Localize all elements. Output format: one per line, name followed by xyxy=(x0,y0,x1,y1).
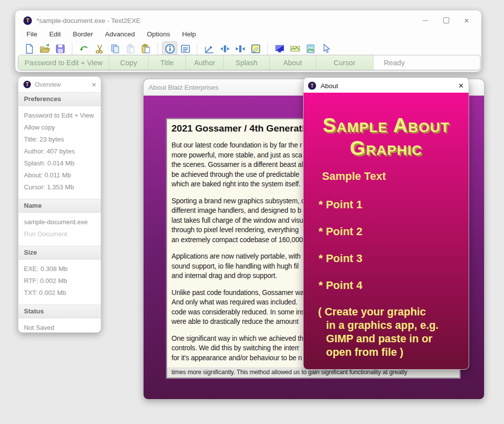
overview-item-run-document: Run Document xyxy=(18,228,101,240)
toolbar-separator xyxy=(197,42,197,55)
tab-about[interactable]: About xyxy=(270,55,316,70)
tab-copy[interactable]: Copy xyxy=(109,55,149,70)
about-point-1: * Point 1 xyxy=(319,198,362,211)
menu-edit[interactable]: Edit xyxy=(49,30,61,38)
graphic-title-line2: Graphic xyxy=(304,137,469,159)
about-point-3: * Point 3 xyxy=(319,252,362,265)
draw-line-icon[interactable] xyxy=(201,41,217,56)
minimize-button[interactable] xyxy=(423,20,428,21)
app-logo-icon: T xyxy=(308,82,316,90)
document-window-title: About Blaiz Enterprises xyxy=(149,84,218,91)
stage-tabstrip: Password to Edit + View Copy Title Autho… xyxy=(18,55,481,70)
overview-item-status: Not Saved xyxy=(18,322,101,333)
overview-titlebar[interactable]: T Overview × xyxy=(18,77,101,91)
section-header-name: Name xyxy=(18,199,101,213)
new-document-icon[interactable] xyxy=(21,41,37,56)
info-icon[interactable] xyxy=(162,41,177,56)
display-splash-icon[interactable] xyxy=(272,41,287,56)
overview-panel: T Overview × Preferences Password to Edi… xyxy=(18,76,101,333)
overview-item: Password to Edit + View xyxy=(18,110,101,122)
overview-item: TXT: 0.002 Mb xyxy=(18,287,101,299)
overview-item: sample-document.exe xyxy=(18,216,101,228)
overview-item: Allow copy xyxy=(18,122,101,134)
overview-close-icon[interactable]: × xyxy=(92,80,96,89)
overview-item: Author: 407 bytes xyxy=(18,145,101,157)
tab-cursor[interactable]: Cursor xyxy=(316,55,373,70)
section-header-size: Size xyxy=(18,246,101,260)
about-title: About xyxy=(321,82,458,90)
window-title: *sample-document.exe - Text2EXE xyxy=(36,17,423,24)
save-icon[interactable] xyxy=(52,41,68,56)
details-form-icon[interactable] xyxy=(177,41,193,56)
paste-icon[interactable] xyxy=(123,41,138,56)
cut-icon[interactable] xyxy=(92,41,107,56)
open-file-icon[interactable] xyxy=(37,41,52,56)
menu-help[interactable]: Help xyxy=(181,30,196,38)
edit-icon[interactable] xyxy=(248,41,263,56)
toolbar-separator xyxy=(72,42,72,55)
section-header-status: Status xyxy=(18,304,101,318)
tab-splash[interactable]: Splash xyxy=(224,55,270,70)
about-dialog: T About × Sample About Graphic Sample Te… xyxy=(303,77,469,370)
menu-advanced[interactable]: Advanced xyxy=(105,30,136,38)
pad-collapse-horizontal-icon[interactable] xyxy=(217,41,232,56)
pad-expand-horizontal-icon[interactable] xyxy=(232,41,248,56)
cursor-arrow-icon[interactable] xyxy=(318,41,334,56)
app-logo-icon: T xyxy=(23,16,32,25)
app-logo-icon: T xyxy=(23,81,31,88)
menu-file[interactable]: File xyxy=(26,30,38,38)
close-button[interactable]: × xyxy=(464,16,469,25)
paste-clipboard-icon[interactable] xyxy=(138,41,154,56)
overview-item: Cursor: 1.353 Mb xyxy=(18,181,101,193)
about-graphic-title: Sample About Graphic xyxy=(304,114,469,159)
main-window: T *sample-document.exe - Text2EXE × File… xyxy=(15,10,482,72)
tab-password[interactable]: Password to Edit + View xyxy=(18,55,109,70)
about-note-line: in a graphics app, e.g. xyxy=(326,319,439,332)
about-graphic: Sample About Graphic Sample Text * Point… xyxy=(304,93,469,369)
graphic-title-line1: Sample About xyxy=(304,114,469,137)
main-titlebar[interactable]: T *sample-document.exe - Text2EXE × xyxy=(15,10,481,28)
section-header-preferences: Preferences xyxy=(18,92,101,106)
about-titlebar[interactable]: T About × xyxy=(304,78,469,93)
splash-image-icon[interactable] xyxy=(287,41,303,56)
about-note-line: open from file ) xyxy=(326,346,403,359)
toolbar-separator xyxy=(158,42,158,55)
overview-item: Title: 23 bytes xyxy=(18,134,101,145)
menu-options[interactable]: Options xyxy=(147,30,171,38)
about-image-icon[interactable] xyxy=(303,41,318,56)
menu-border[interactable]: Border xyxy=(72,30,94,38)
overview-item: About: 0.011 Mb xyxy=(18,169,101,181)
about-note-line: ( Create your graphic xyxy=(318,306,426,318)
menu-bar: File Edit Border Advanced Options Help xyxy=(15,28,481,39)
tab-author[interactable]: Author xyxy=(186,55,224,70)
about-point-4: * Point 4 xyxy=(319,279,362,292)
overview-item: EXE: 0.308 Mb xyxy=(18,263,101,275)
tab-title[interactable]: Title xyxy=(149,55,186,70)
overview-item: Splash: 0.014 Mb xyxy=(18,157,101,169)
about-point-2: * Point 2 xyxy=(319,225,362,238)
maximize-button[interactable] xyxy=(443,17,449,23)
about-close-icon[interactable]: × xyxy=(458,81,464,91)
overview-title: Overview xyxy=(35,81,92,88)
about-sample-text: Sample Text xyxy=(322,170,386,183)
toolbar-separator xyxy=(267,42,268,55)
overview-item: RTF: 0.002 Mb xyxy=(18,275,101,287)
status-text: Ready xyxy=(373,55,405,70)
copy-icon[interactable] xyxy=(107,41,123,56)
about-note-line: GIMP and paste in or xyxy=(326,333,432,345)
undo-icon[interactable] xyxy=(76,41,92,56)
